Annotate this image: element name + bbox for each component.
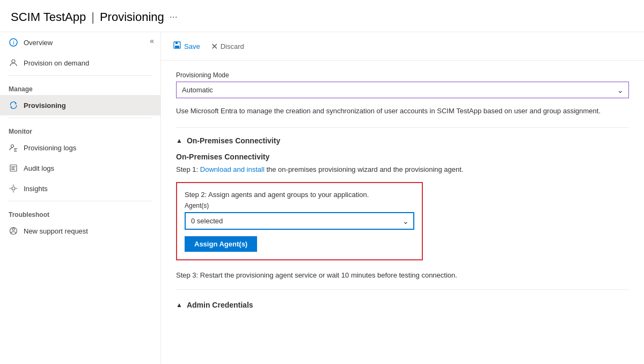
sidebar-divider-troubleshoot	[9, 201, 152, 201]
sidebar-collapse-button[interactable]: «	[150, 37, 154, 45]
step2-box: Step 2: Assign agents and agent groups t…	[176, 182, 423, 260]
insights-icon	[9, 184, 18, 193]
audit-icon	[9, 163, 18, 173]
step1-label: Step 1:	[176, 165, 198, 173]
discard-label: Discard	[221, 42, 244, 50]
step3-text: Step 3: Restart the provisioning agent s…	[176, 270, 629, 281]
sidebar-item-audit-logs-label: Audit logs	[24, 164, 54, 172]
agent-select[interactable]: 0 selected	[185, 212, 414, 230]
step1-text: Step 1: Download and install the on-prem…	[176, 164, 629, 175]
svg-rect-10	[11, 169, 15, 170]
save-label: Save	[184, 42, 200, 50]
sidebar-manage-label: Manage	[0, 78, 160, 95]
description-text: Use Microsoft Entra to manage the creati…	[176, 106, 629, 117]
assign-agents-label: Assign Agent(s)	[194, 240, 247, 248]
provisioning-mode-select[interactable]: Automatic Manual	[176, 82, 629, 98]
on-premises-section-header[interactable]: ▲ On-Premises Connectivity	[176, 136, 629, 145]
svg-point-3	[11, 145, 14, 148]
page-title: Provisioning	[100, 10, 164, 24]
sidebar-item-overview[interactable]: i Overview	[0, 32, 160, 53]
step1-link[interactable]: Download and install	[200, 165, 265, 173]
svg-point-13	[12, 228, 14, 230]
svg-rect-6	[14, 151, 17, 151]
on-premises-sub-title: On-Premises Connectivity	[176, 152, 629, 161]
svg-point-11	[12, 187, 15, 190]
sidebar-item-provisioning[interactable]: Provisioning	[0, 95, 160, 115]
main-layout: « i Overview Provision on demand Manage …	[0, 32, 644, 364]
user-icon	[9, 58, 18, 68]
sidebar-divider-monitor	[9, 118, 152, 118]
sidebar-item-insights[interactable]: Insights	[0, 178, 160, 199]
admin-cred-collapse-arrow-icon: ▲	[176, 301, 182, 309]
svg-rect-4	[14, 148, 17, 149]
agent-select-wrapper: 0 selected ⌄	[185, 212, 414, 230]
sidebar-item-new-support-request-label: New support request	[24, 227, 88, 235]
header-separator: |	[91, 10, 94, 24]
sidebar-item-provisioning-logs[interactable]: Provisioning logs	[0, 137, 160, 158]
more-options-icon[interactable]: ···	[170, 11, 178, 23]
svg-point-2	[12, 60, 15, 63]
sidebar-troubleshoot-label: Troubleshoot	[0, 203, 160, 221]
agents-label: Agent(s)	[185, 202, 414, 209]
app-name: SCIM TestApp	[11, 10, 86, 24]
svg-text:i: i	[13, 40, 14, 46]
sidebar-item-provisioning-logs-label: Provisioning logs	[24, 144, 76, 152]
sidebar-item-new-support-request[interactable]: New support request	[0, 221, 160, 241]
toolbar: Save ✕ Discard	[161, 32, 644, 61]
on-premises-section-title: On-Premises Connectivity	[187, 136, 280, 145]
svg-rect-16	[175, 46, 179, 48]
sidebar-divider-manage	[9, 75, 152, 76]
svg-rect-9	[11, 168, 14, 169]
content-body: Provisioning Mode Automatic Manual ⌄ Use…	[161, 61, 644, 320]
save-button[interactable]: Save	[172, 39, 201, 54]
support-icon	[9, 226, 18, 236]
admin-credentials-title: Admin Credentials	[187, 301, 253, 309]
main-content: Save ✕ Discard Provisioning Mode Automat…	[161, 32, 644, 364]
sync-icon	[9, 100, 18, 110]
svg-rect-5	[14, 150, 17, 150]
sidebar-item-insights-label: Insights	[24, 185, 48, 193]
provisioning-mode-label: Provisioning Mode	[176, 71, 629, 79]
sidebar-item-provisioning-label: Provisioning	[24, 101, 66, 110]
step2-title: Step 2: Assign agents and agent groups t…	[185, 191, 414, 199]
svg-rect-15	[175, 42, 178, 44]
sidebar-monitor-label: Monitor	[0, 120, 160, 137]
section-divider-1	[176, 127, 629, 128]
sidebar-item-provision-on-demand[interactable]: Provision on demand	[0, 53, 160, 73]
step1-rest: the on-premises provisioning wizard and …	[265, 165, 464, 173]
page-header: SCIM TestApp | Provisioning ···	[0, 0, 644, 32]
collapse-arrow-icon: ▲	[176, 137, 182, 144]
sidebar: « i Overview Provision on demand Manage …	[0, 32, 161, 364]
provisioning-mode-select-wrapper: Automatic Manual ⌄	[176, 82, 629, 98]
sidebar-item-audit-logs[interactable]: Audit logs	[0, 158, 160, 178]
sidebar-item-overview-label: Overview	[24, 39, 53, 47]
admin-credentials-section-header[interactable]: ▲ Admin Credentials	[176, 301, 629, 309]
section-divider-2	[176, 289, 629, 290]
sidebar-item-provision-on-demand-label: Provision on demand	[24, 59, 89, 67]
save-icon	[173, 41, 181, 52]
info-icon: i	[9, 38, 18, 47]
discard-icon: ✕	[211, 41, 218, 52]
svg-rect-8	[11, 166, 16, 167]
person-log-icon	[9, 143, 18, 152]
discard-button[interactable]: ✕ Discard	[210, 39, 245, 54]
assign-agents-button[interactable]: Assign Agent(s)	[185, 236, 257, 252]
